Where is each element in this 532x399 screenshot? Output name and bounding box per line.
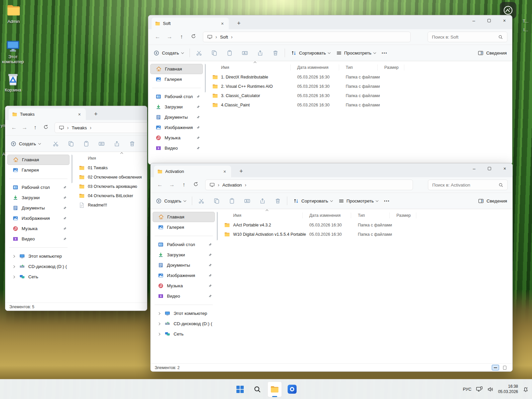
sidebar-item-desktop[interactable]: Рабочий стол — [150, 91, 203, 102]
sidebar-item-downloads[interactable]: Загрузки — [7, 193, 69, 203]
tab-soft[interactable]: Soft × — [152, 18, 229, 29]
column-header-name[interactable]: Имя — [207, 65, 291, 70]
file-row[interactable]: 01 Tweaks — [74, 163, 147, 173]
sidebar-item-videos[interactable]: Видео — [7, 234, 69, 244]
up-icon[interactable]: ↑ — [31, 124, 39, 131]
column-header-type[interactable]: Тип — [339, 65, 378, 70]
close-button[interactable]: × — [497, 163, 512, 174]
share-icon[interactable] — [259, 198, 266, 204]
sidebar-item-downloads[interactable]: Загрузки — [153, 250, 215, 260]
breadcrumb[interactable]: Soft — [220, 35, 228, 40]
sidebar-item-desktop[interactable]: Рабочий стол — [7, 182, 69, 193]
bell-icon[interactable] — [523, 386, 529, 392]
maximize-button[interactable] — [482, 163, 497, 174]
up-icon[interactable]: ↑ — [177, 34, 186, 40]
share-icon[interactable] — [257, 50, 263, 56]
refresh-icon[interactable] — [191, 182, 200, 189]
sort-button[interactable]: Сортировать — [293, 198, 332, 204]
tree-item-network[interactable]: Сеть — [7, 272, 69, 282]
sidebar-scrollbar[interactable] — [71, 155, 72, 183]
desktop-icon-admin[interactable]: Admin — [1, 3, 27, 24]
view-button[interactable]: Просмотреть — [336, 50, 376, 56]
forward-icon[interactable]: → — [167, 182, 177, 188]
sidebar-item-videos[interactable]: Видео — [153, 291, 215, 301]
file-row[interactable]: 04 Отключить BitLocker — [74, 191, 147, 200]
forward-icon[interactable]: → — [21, 124, 29, 131]
share-icon[interactable] — [114, 141, 120, 147]
sidebar-item-music[interactable]: Музыка — [7, 223, 69, 234]
delete-icon[interactable] — [129, 141, 135, 147]
tab-close-icon[interactable]: × — [222, 169, 228, 174]
minimize-button[interactable]: – — [466, 15, 481, 26]
back-icon[interactable]: ← — [155, 182, 165, 188]
paste-icon[interactable] — [229, 198, 235, 204]
address-bar[interactable]: › Soft › — [203, 32, 411, 42]
forward-icon[interactable]: → — [165, 34, 174, 40]
details-pane-button[interactable]: Сведения — [478, 198, 507, 204]
tab-activation[interactable]: Activation × — [154, 166, 231, 177]
start-button[interactable] — [233, 381, 247, 397]
sidebar-item-pictures[interactable]: Изображения — [153, 270, 215, 281]
close-button[interactable]: × — [497, 15, 512, 26]
file-row[interactable]: AAct Portable v4.3.2 05.03.2026 16:30 Па… — [219, 220, 512, 230]
volume-icon[interactable] — [487, 387, 493, 392]
desktop-icon-recycle-bin[interactable]: Корзина — [0, 71, 26, 93]
sidebar-item-documents[interactable]: Документы — [7, 203, 69, 213]
sidebar-item-documents[interactable]: Документы — [150, 112, 203, 122]
back-icon[interactable]: ← — [10, 124, 18, 131]
new-button[interactable]: Создать — [11, 141, 41, 147]
search-input[interactable]: Поиск в: Activation — [428, 180, 508, 190]
rename-icon[interactable] — [98, 141, 105, 147]
sidebar-item-downloads[interactable]: Загрузки — [150, 102, 203, 112]
sidebar-item-home[interactable]: Главная — [153, 212, 215, 222]
file-row[interactable]: 4.Classic_Paint 05.03.2026 16:30 Папка с… — [207, 100, 512, 110]
address-bar[interactable]: › Activation › — [205, 180, 413, 190]
sidebar-item-home[interactable]: Главная — [7, 155, 69, 165]
tree-item-network[interactable]: Сеть — [153, 329, 215, 339]
sidebar-item-gallery[interactable]: Галерея — [150, 74, 203, 84]
column-header-size[interactable]: Размер — [390, 212, 416, 218]
chevron-right-icon[interactable] — [158, 312, 160, 315]
thumbnail-view-toggle[interactable] — [501, 365, 508, 370]
sidebar-scrollbar[interactable] — [205, 64, 206, 92]
copy-icon[interactable] — [68, 141, 74, 147]
new-button[interactable]: Создать — [156, 198, 186, 204]
column-header-type[interactable]: Тип — [351, 212, 390, 218]
more-options-icon[interactable]: ••• — [382, 51, 388, 55]
paste-icon[interactable] — [226, 50, 233, 56]
sidebar-item-music[interactable]: Музыка — [150, 133, 203, 143]
address-bar[interactable]: › Tweaks › — [55, 122, 147, 133]
cut-icon[interactable] — [196, 50, 202, 56]
maximize-button[interactable] — [481, 15, 497, 26]
sidebar-item-pictures[interactable]: Изображения — [150, 122, 203, 133]
details-pane-button[interactable]: Сведения — [478, 50, 507, 56]
file-row[interactable]: Readme!!! — [74, 200, 147, 210]
sidebar-item-pictures[interactable]: Изображения — [7, 213, 69, 223]
tree-item-this-pc[interactable]: Этот компьютер — [7, 251, 69, 261]
chevron-right-icon[interactable] — [12, 275, 15, 278]
paste-icon[interactable] — [83, 141, 89, 147]
language-indicator[interactable]: РУС — [463, 387, 471, 392]
delete-icon[interactable] — [272, 50, 279, 56]
tree-item-this-pc[interactable]: Этот компьютер — [153, 308, 215, 319]
sidebar-item-gallery[interactable]: Галерея — [153, 222, 215, 232]
network-tray-icon[interactable] — [476, 386, 483, 392]
view-button[interactable]: Просмотреть — [338, 198, 378, 204]
sidebar-item-home[interactable]: Главная — [150, 64, 203, 74]
file-row[interactable]: W10 Digital Activation v1.5.5.4 Portable… — [219, 230, 512, 239]
minimize-button[interactable]: – — [466, 163, 482, 174]
more-options-icon[interactable]: ••• — [384, 199, 390, 203]
column-header-date[interactable]: Дата изменения — [303, 212, 351, 218]
taskbar-search-button[interactable] — [250, 381, 265, 397]
taskbar-outlook-button[interactable] — [285, 381, 299, 397]
file-row[interactable]: 02 Отключение обновления — [74, 173, 147, 182]
rename-icon[interactable] — [244, 198, 250, 204]
up-icon[interactable]: ↑ — [179, 182, 189, 188]
column-header-size[interactable]: Размер — [378, 65, 404, 70]
sidebar-item-videos[interactable]: Видео — [150, 143, 203, 153]
file-row[interactable]: 03 Отключить архивацию — [74, 182, 147, 191]
copy-icon[interactable] — [211, 50, 217, 56]
back-icon[interactable]: ← — [153, 34, 162, 40]
file-row[interactable]: 2. Visual C++ Runtimes AIO 05.03.2026 16… — [207, 82, 512, 91]
column-header-name[interactable]: Имя — [74, 155, 147, 161]
